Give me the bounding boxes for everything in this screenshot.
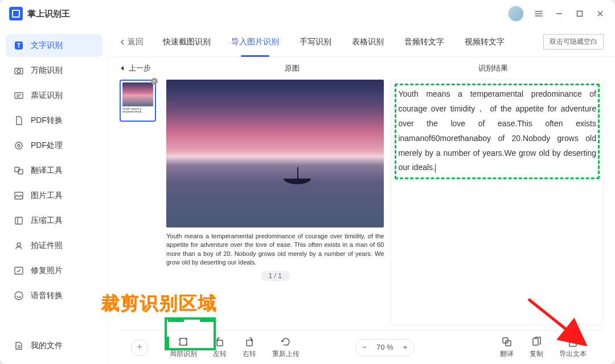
export-icon	[567, 336, 579, 348]
files-icon	[14, 341, 24, 351]
camera-icon	[14, 65, 24, 76]
translate-icon	[14, 166, 24, 176]
id-photo-icon	[14, 241, 24, 251]
result-label: 识别结果	[478, 63, 508, 73]
image-icon	[14, 191, 24, 201]
copy-icon	[531, 336, 542, 348]
tab-screenshot-ocr[interactable]: 快速截图识别	[155, 27, 219, 57]
crop-icon	[178, 336, 189, 348]
svg-rect-20	[533, 338, 538, 345]
sidebar-item-label: PDF转换	[31, 115, 63, 126]
menu-icon[interactable]	[533, 8, 544, 19]
svg-rect-13	[15, 267, 23, 274]
pdf-process-icon	[14, 140, 24, 151]
prev-step-button[interactable]: 上一步	[120, 63, 151, 73]
hint-box[interactable]: 双击可隐藏空白	[543, 34, 604, 49]
sidebar-item-text-ocr[interactable]: T 文字识别	[6, 34, 102, 57]
sidebar-item-repair[interactable]: 修复照片	[6, 259, 102, 282]
svg-rect-11	[15, 217, 22, 224]
svg-point-7	[18, 144, 20, 147]
minimize-button[interactable]	[554, 8, 565, 19]
sidebar-item-label: 我的文件	[31, 341, 63, 351]
svg-point-12	[17, 243, 20, 246]
tab-audio-to-text[interactable]: 音频转文字	[396, 27, 452, 57]
back-button[interactable]: 返回	[120, 37, 144, 47]
translate-button[interactable]: 翻译	[494, 336, 519, 359]
tab-video-to-text[interactable]: 视频转文字	[457, 27, 512, 57]
chevron-left-icon	[120, 39, 125, 45]
compress-icon	[14, 216, 24, 226]
reupload-button[interactable]: 重新上传	[266, 336, 305, 359]
voice-icon	[14, 291, 24, 301]
sidebar-item-label: 票证识别	[31, 90, 63, 101]
add-image-button[interactable]: +	[131, 339, 148, 356]
svg-rect-0	[577, 11, 583, 16]
ticket-icon	[14, 90, 24, 101]
sidebar-item-label: 语音转换	[31, 291, 63, 301]
sidebar-item-ticket[interactable]: 票证识别	[6, 84, 102, 107]
result-text[interactable]: Youth means a temperamental predominance…	[398, 87, 596, 175]
rotate-left-icon	[214, 336, 226, 348]
repair-icon	[14, 266, 24, 276]
sidebar-item-label: 修复照片	[31, 266, 63, 276]
tab-table-ocr[interactable]: 表格识别	[344, 27, 392, 57]
sidebar-item-label: 文字识别	[31, 40, 63, 51]
sidebar-item-label: 翻译工具	[31, 166, 63, 176]
svg-point-14	[15, 292, 23, 300]
rotate-right-button[interactable]: 右转	[237, 336, 262, 359]
sidebar-item-id-photo[interactable]: 拍证件照	[6, 234, 102, 257]
pdf-convert-icon	[14, 115, 24, 126]
svg-rect-5	[15, 93, 23, 98]
svg-point-6	[15, 142, 22, 149]
sidebar: T 文字识别 万能识别 票证识别 PDF转换 PDF处理 翻译工具	[0, 27, 108, 364]
app-logo	[9, 7, 23, 20]
svg-point-4	[17, 69, 20, 73]
sidebar-item-label: 拍证件照	[31, 241, 63, 251]
thumbnail-close-icon[interactable]: ×	[151, 78, 158, 85]
reupload-icon	[280, 336, 292, 348]
sidebar-item-pdf-convert[interactable]: PDF转换	[6, 109, 102, 132]
svg-text:T: T	[17, 43, 20, 49]
preview-image	[166, 80, 384, 228]
app-title: 掌上识别王	[27, 9, 70, 19]
export-text-button[interactable]: 导出文本	[554, 336, 592, 359]
close-button[interactable]	[594, 8, 606, 19]
sidebar-item-voice[interactable]: 语音转换	[6, 284, 102, 307]
translate-tool-icon	[501, 336, 512, 348]
crop-recognize-button[interactable]: 局部识别	[164, 336, 203, 359]
zoom-control: − 70 % +	[355, 339, 415, 356]
maximize-button[interactable]	[574, 8, 585, 19]
sidebar-item-my-files[interactable]: 我的文件	[6, 334, 102, 357]
sidebar-item-compress[interactable]: 压缩工具	[6, 209, 102, 232]
sidebar-item-translate[interactable]: 翻译工具	[6, 159, 102, 182]
original-image-label: 原图	[285, 63, 300, 73]
thumbnail-image	[122, 82, 153, 106]
tab-handwriting-ocr[interactable]: 手写识别	[292, 27, 339, 57]
rotate-left-button[interactable]: 左转	[207, 336, 232, 359]
thumbnail[interactable]: Youth means a temperamental... ×	[120, 80, 156, 122]
pager: 1 / 1	[261, 271, 290, 281]
sidebar-item-image-tools[interactable]: 图片工具	[6, 184, 102, 207]
zoom-value: 70 %	[373, 343, 397, 351]
text-icon: T	[14, 40, 24, 51]
zoom-in-button[interactable]: +	[399, 341, 412, 354]
sidebar-item-label: 万能识别	[31, 65, 63, 76]
tab-import-image-ocr[interactable]: 导入图片识别	[223, 27, 287, 57]
thumbnail-caption: Youth means a temperamental...	[122, 107, 153, 113]
result-panel[interactable]: Youth means a temperamental predominance…	[391, 80, 604, 325]
triangle-left-icon	[120, 65, 125, 71]
zoom-out-button[interactable]: −	[358, 341, 371, 354]
sidebar-item-universal[interactable]: 万能识别	[6, 59, 102, 82]
copy-button[interactable]: 复制	[524, 336, 549, 359]
sidebar-item-label: PDF处理	[31, 140, 63, 151]
sidebar-item-pdf-process[interactable]: PDF处理	[6, 134, 102, 157]
rotate-right-icon	[244, 336, 255, 348]
sidebar-item-label: 压缩工具	[31, 216, 63, 226]
preview-caption: Youth means a temperamental predominance…	[166, 232, 384, 267]
avatar[interactable]	[508, 6, 524, 22]
sidebar-item-label: 图片工具	[31, 191, 63, 201]
